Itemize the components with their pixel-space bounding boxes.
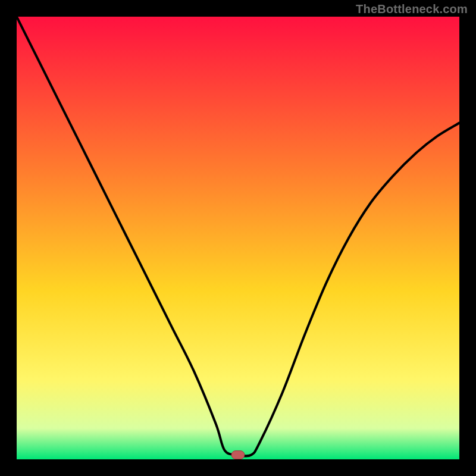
chart-frame: TheBottleneck.com bbox=[0, 0, 476, 476]
plot-area bbox=[17, 17, 459, 459]
watermark-text: TheBottleneck.com bbox=[356, 2, 468, 16]
bottleneck-chart bbox=[17, 17, 459, 459]
optimal-marker bbox=[231, 451, 245, 459]
gradient-background bbox=[17, 17, 459, 459]
